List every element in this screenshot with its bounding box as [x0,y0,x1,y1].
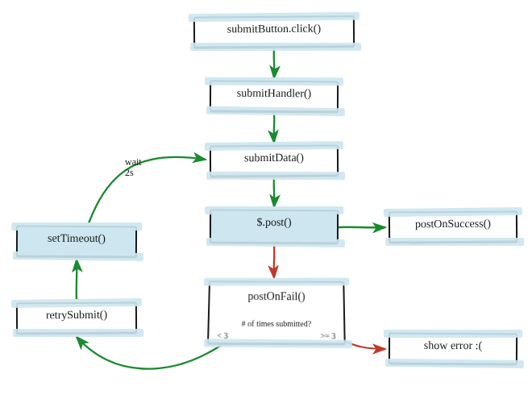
edge-label-wait: wait 2s [125,157,142,178]
node-data: submitData() [210,145,339,178]
node-fail-branch-lt: < 3 [217,331,227,340]
node-fail-branch-gte: >= 3 [320,331,335,340]
node-post: $.post() [210,210,339,245]
node-fail-label: postOnFail() [247,290,305,303]
node-fail: postOnFail() # of times submitted? < 3 >… [207,280,346,345]
node-error: show error :( [389,333,517,366]
node-error-label: show error :( [424,339,482,352]
node-retry: retrySubmit() [16,301,137,334]
node-success: postOnSuccess() [389,210,517,243]
node-timeout-label: setTimeout() [48,232,106,245]
edge-post-success [339,227,385,228]
edge-retry-timeout [77,260,77,300]
edge-post-fail [274,244,275,278]
node-handler-label: submitHandler() [237,87,312,101]
node-click-label: submitButton.click() [227,23,321,36]
edge-timeout-data [89,157,206,223]
node-success-label: postOnSuccess() [415,218,491,231]
node-post-label: $.post() [256,216,291,229]
node-handler: submitHandler() [210,80,339,113]
edge-click-handler [274,48,275,78]
edge-fail-retry [77,337,222,369]
edge-handler-data [274,113,275,143]
node-click: submitButton.click() [193,15,355,48]
node-retry-label: retrySubmit() [46,309,107,322]
edge-data-post [274,177,275,207]
node-fail-subtitle: # of times submitted? [210,319,344,329]
node-data-label: submitData() [244,152,304,164]
node-timeout: setTimeout() [16,226,137,259]
